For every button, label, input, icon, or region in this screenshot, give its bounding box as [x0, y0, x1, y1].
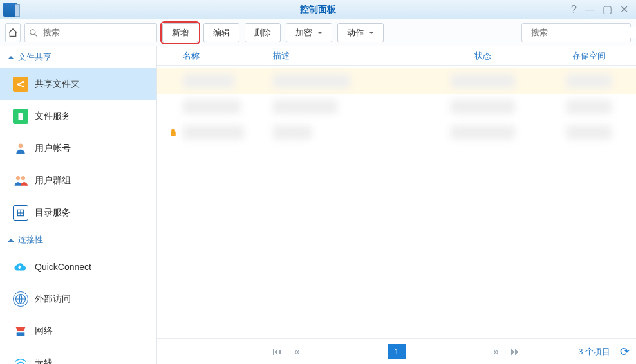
col-desc[interactable]: 描述: [273, 50, 418, 62]
svg-point-3: [22, 81, 24, 84]
table-row[interactable]: [157, 68, 636, 94]
sidebar-item-external-access[interactable]: 外部访问: [0, 283, 156, 315]
cell-status: [451, 125, 515, 140]
sidebar-item-label: 外部访问: [35, 293, 71, 305]
sidebar-item-label: 用户群组: [35, 175, 71, 187]
table-header: 名称 描述 状态 存储空间: [157, 46, 636, 66]
cell-status: [451, 100, 515, 114]
table-search-input[interactable]: [530, 27, 636, 38]
edit-button[interactable]: 编辑: [203, 23, 239, 42]
svg-line-1: [35, 33, 37, 36]
sidebar-item-label: 共享文件夹: [35, 78, 80, 90]
help-button[interactable]: ?: [571, 5, 577, 15]
encrypt-button[interactable]: 加密: [286, 23, 332, 42]
svg-point-0: [30, 29, 35, 34]
refresh-button[interactable]: ⟳: [620, 345, 630, 359]
cell-storage: [566, 125, 612, 140]
action-button[interactable]: 动作: [337, 23, 384, 42]
home-icon: [8, 28, 18, 38]
content-area: 名称 描述 状态 存储空间: [157, 46, 636, 364]
search-icon: [29, 28, 38, 37]
section-file-sharing[interactable]: 文件共享: [0, 46, 156, 68]
window-controls: ? — ▢ ✕: [571, 5, 636, 15]
table-row[interactable]: [157, 94, 636, 120]
cell-desc: [273, 125, 312, 140]
cell-storage: [566, 100, 612, 114]
svg-rect-12: [17, 332, 25, 336]
close-button[interactable]: ✕: [620, 5, 628, 15]
svg-point-2: [17, 83, 20, 86]
sidebar-item-file-services[interactable]: 文件服务: [0, 100, 156, 132]
svg-point-5: [19, 144, 23, 149]
cell-desc: [273, 74, 350, 88]
sidebar-item-label: 文件服务: [35, 111, 71, 122]
minimize-button[interactable]: —: [585, 5, 595, 15]
svg-point-6: [16, 176, 20, 180]
pager: ⏮ « 1 » ⏭ 3 个项目 ⟳: [157, 338, 636, 364]
table-row[interactable]: [157, 120, 636, 145]
sidebar-item-label: 无线: [35, 358, 53, 364]
chevron-up-icon: [8, 235, 14, 242]
sidebar-item-label: QuickConnect: [35, 262, 91, 272]
col-status[interactable]: 状态: [418, 50, 547, 62]
item-count: 3 个项目: [578, 346, 610, 358]
app-icon: [3, 3, 17, 17]
home-button[interactable]: [5, 23, 21, 42]
toolbar-row: 新增 编辑 删除 加密 动作: [0, 19, 636, 46]
chevron-up-icon: [8, 53, 14, 59]
cell-desc: [273, 100, 337, 114]
globe-icon: [13, 291, 28, 307]
sidebar-item-wireless[interactable]: 无线: [0, 347, 156, 364]
sidebar-item-directory[interactable]: 目录服务: [0, 197, 156, 229]
svg-point-7: [21, 176, 25, 180]
sidebar-search-input[interactable]: [42, 27, 153, 38]
section-label: 文件共享: [18, 51, 51, 63]
sidebar-item-group[interactable]: 用户群组: [0, 165, 156, 197]
group-icon: [13, 173, 28, 188]
directory-icon: [13, 205, 28, 221]
cell-status: [451, 74, 515, 88]
wifi-icon: [13, 356, 28, 364]
first-page-button[interactable]: ⏮: [272, 346, 283, 358]
user-icon: [13, 141, 28, 156]
col-storage[interactable]: 存储空间: [547, 50, 631, 62]
section-connectivity[interactable]: 连接性: [0, 229, 156, 251]
section-label: 连接性: [18, 234, 43, 246]
main-area: 文件共享 共享文件夹 文件服务 用户帐号 用户群组: [0, 46, 636, 364]
lock-icon: [164, 128, 183, 137]
prev-page-button[interactable]: «: [294, 346, 300, 358]
cell-name: [183, 74, 234, 88]
cell-storage: [566, 74, 612, 88]
file-services-icon: [13, 109, 28, 124]
table-search[interactable]: [521, 23, 631, 42]
delete-button[interactable]: 删除: [245, 23, 281, 42]
svg-point-4: [22, 86, 24, 88]
sidebar-item-user[interactable]: 用户帐号: [0, 132, 156, 165]
network-icon: [13, 323, 28, 339]
svg-rect-13: [171, 132, 176, 136]
sidebar-item-quickconnect[interactable]: QuickConnect: [0, 251, 156, 283]
sidebar-item-shared-folder[interactable]: 共享文件夹: [0, 68, 156, 100]
next-page-button[interactable]: »: [493, 346, 499, 358]
last-page-button[interactable]: ⏭: [510, 346, 521, 358]
new-button[interactable]: 新增: [162, 23, 198, 42]
table-body: [157, 66, 636, 338]
window-title: 控制面板: [0, 4, 636, 15]
sidebar-search[interactable]: [24, 23, 157, 42]
sidebar: 文件共享 共享文件夹 文件服务 用户帐号 用户群组: [0, 46, 157, 364]
current-page[interactable]: 1: [388, 344, 406, 359]
sidebar-item-label: 目录服务: [35, 207, 71, 219]
sidebar-item-network[interactable]: 网络: [0, 315, 156, 347]
window-titlebar: 控制面板 ? — ▢ ✕: [0, 0, 636, 19]
sidebar-item-label: 网络: [35, 325, 53, 337]
cloud-icon: [13, 259, 28, 275]
cell-name: [183, 100, 241, 114]
cell-name: [183, 125, 244, 140]
col-name[interactable]: 名称: [183, 50, 273, 62]
shared-folder-icon: [13, 77, 28, 92]
maximize-button[interactable]: ▢: [603, 5, 612, 15]
sidebar-item-label: 用户帐号: [35, 143, 71, 154]
